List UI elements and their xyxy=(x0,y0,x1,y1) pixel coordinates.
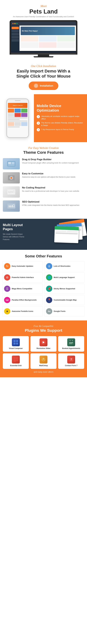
svg-point-39 xyxy=(42,359,43,360)
plugin-contact-form-7: 7 Contact Form 7 xyxy=(58,353,84,369)
of-label-1: Easy Automatic Updates xyxy=(12,265,33,268)
laptop-banner-text: We Make Pets Happy! xyxy=(22,30,38,32)
feature-row-2: Easy to Customize Awesome easy-to-use op… xyxy=(3,172,84,184)
hero-title: Pets Land xyxy=(3,8,84,15)
mobile-point-text-2: The theme uses Mobile Friendly sliders: … xyxy=(41,122,84,127)
vc-icon xyxy=(12,338,20,346)
plugin-essential-grid: Essential Grid xyxy=(3,353,29,369)
mobile-text-area: Mobile Device Optimization 1 Absolutely … xyxy=(34,94,87,142)
one-click-script: One Click Installation xyxy=(3,64,84,68)
of-item-2: {} Lots of Shortcodes xyxy=(44,261,85,271)
other-features-grid: ↻ Easy Automatic Updates {} Lots of Shor… xyxy=(2,261,85,316)
laptop-main: We Make Pets Happy! xyxy=(20,26,76,51)
plugin-label-ba: Booked Appointments xyxy=(62,348,80,349)
features-script: For Easy Website Creation xyxy=(3,146,84,150)
svg-rect-18 xyxy=(6,300,8,301)
feature-text-1: Drag & Drop Page Builder Visual Composer… xyxy=(22,158,79,164)
feature-name-3: No Coding Required xyxy=(22,186,79,189)
feature-desc-1: Visual Composer plugin offers amazing to… xyxy=(22,162,79,164)
of-label-5: Mega Menu Compatible xyxy=(12,288,32,290)
plugin-label-cf: Contact Form 7 xyxy=(65,364,78,366)
of-item-3: ⚙ Powerful Admin Interface xyxy=(2,272,43,282)
feature-img-customize xyxy=(3,172,20,184)
shortcodes-icon: {} xyxy=(46,263,52,269)
phone-mockup-wrap: Shop For Your Pet xyxy=(0,94,34,142)
svg-rect-20 xyxy=(16,340,18,342)
plugin-visual-composer: Visual Composer xyxy=(3,336,29,352)
cf-icon: 7 xyxy=(67,356,75,364)
features-title: Theme Core Features xyxy=(3,150,84,155)
plugin-label-vc: Visual Composer xyxy=(9,348,23,349)
svg-rect-36 xyxy=(16,360,18,361)
install-button[interactable]: Installation xyxy=(29,82,58,90)
svg-rect-35 xyxy=(14,360,16,362)
plugins-more-text: and many more others xyxy=(3,371,84,373)
of-item-8: 📍 Customizable Google Map xyxy=(44,295,85,305)
svg-rect-4 xyxy=(8,164,14,166)
feature-name-2: Easy to Customize xyxy=(22,172,76,175)
laptop-foot xyxy=(34,56,54,58)
feature-desc-2: Awesome easy-to-use options will adjust … xyxy=(22,176,76,178)
mega-menu-icon: ☰ xyxy=(4,286,10,292)
of-label-9: Awesome Fontello Icons xyxy=(12,310,33,312)
plugin-mailchimp: MailChimp xyxy=(30,353,56,369)
core-features-section: For Easy Website Creation Theme Core Fea… xyxy=(0,142,87,219)
eg-icon xyxy=(12,356,20,364)
feature-desc-4: HTML code integrated into the theme meet… xyxy=(22,204,79,207)
mobile-point-text-3: Fully Responsive layout & Retina Ready xyxy=(41,128,74,131)
admin-icon: ⚙ xyxy=(4,274,10,280)
plugin-label-eg: Essential Grid xyxy=(10,364,22,366)
of-label-10: Google Fonts xyxy=(54,310,66,312)
svg-point-7 xyxy=(10,177,12,179)
one-click-section: One Click Installation Easily Import Dem… xyxy=(0,60,87,94)
mobile-point-text-1: Absolutely all scrollable sections suppo… xyxy=(41,115,84,120)
phone-banner-text: Shop For Your Pet xyxy=(13,105,22,106)
svg-rect-21 xyxy=(14,342,16,344)
fontello-icon: ★ xyxy=(4,308,10,314)
mobile-point-num-2: 2 xyxy=(37,122,40,125)
plugin-revolution-slider: Revolution Slider xyxy=(30,336,56,352)
multi-layout-desc: We create Several Unique Demos with Diff… xyxy=(3,233,28,241)
of-label-3: Powerful Admin Interface xyxy=(12,276,34,279)
multilang-icon: 🌐 xyxy=(46,274,52,280)
plugins-grid: Visual Composer Revolution Slider xyxy=(3,336,84,369)
of-label-6: Sticky Menus Supported xyxy=(54,288,75,290)
feature-text-4: SEO Optimized HTML code integrated into … xyxy=(22,200,79,207)
feature-row-1: Drag & Drop Page Builder Visual Composer… xyxy=(3,158,84,170)
feature-img-coding: </> xyxy=(3,186,20,198)
plugin-label-mc: MailChimp xyxy=(39,364,48,366)
of-label-8: Customizable Google Map xyxy=(54,299,77,301)
multi-layout-images xyxy=(31,219,87,250)
svg-rect-22 xyxy=(16,342,18,344)
mobile-point-2: 2 The theme uses Mobile Friendly sliders… xyxy=(37,122,84,127)
svg-text:7: 7 xyxy=(70,358,72,361)
easy-updates-icon: ↻ xyxy=(4,263,10,269)
rs-icon xyxy=(40,338,48,346)
ba-icon xyxy=(67,338,75,346)
of-item-10: Aa Google Fonts xyxy=(44,306,85,316)
hero-subtitle: An Awesome User-Friendly Combination of … xyxy=(3,16,84,18)
of-label-2: Lots of Shortcodes xyxy=(54,265,70,268)
feature-row-3: </> No Coding Required No need to be a p… xyxy=(3,186,84,198)
svg-rect-33 xyxy=(14,357,16,359)
feature-text-3: No Coding Required No need to be a profe… xyxy=(22,186,79,192)
hero-section: Meet Pets Land An Awesome User-Friendly … xyxy=(0,0,87,60)
svg-rect-2 xyxy=(8,162,11,164)
of-item-9: ★ Awesome Fontello Icons xyxy=(2,306,43,316)
svg-rect-27 xyxy=(71,342,72,343)
svg-text:</>: </> xyxy=(8,190,13,193)
window-dot-yellow xyxy=(14,23,16,24)
google-map-icon: 📍 xyxy=(46,297,52,303)
phone-speaker xyxy=(15,100,20,101)
phone-mockup: Shop For Your Pet xyxy=(6,98,29,138)
mobile-point-num-3: 3 xyxy=(37,128,40,131)
plugins-script: Free & Compatible xyxy=(3,325,84,328)
svg-rect-30 xyxy=(71,344,72,344)
other-features-section: Some Other Features ↻ Easy Automatic Upd… xyxy=(0,250,87,320)
multi-layout-section: Multi Layout Pages We create Several Uni… xyxy=(0,219,87,250)
svg-point-41 xyxy=(45,359,46,360)
feature-desc-3: No need to be a professional web develop… xyxy=(22,190,79,192)
plugin-label-rs: Revolution Slider xyxy=(36,348,50,349)
laptop-bottom xyxy=(11,52,76,54)
google-fonts-icon: Aa xyxy=(46,308,52,314)
